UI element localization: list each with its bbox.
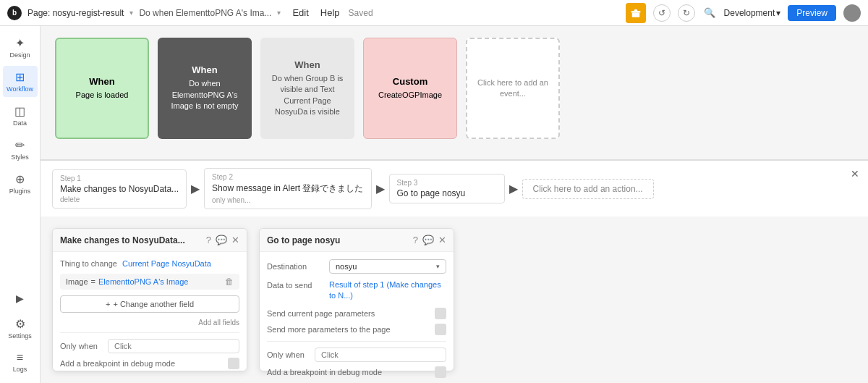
data-to-send-value[interactable]: Result of step 1 (Make changes to N...): [329, 279, 446, 302]
step-text-1: Make changes to NosyuData...: [60, 184, 179, 194]
workflow-arrow: ▾: [277, 9, 281, 17]
sidebar-item-workflow[interactable]: ⊞ Workflow: [3, 66, 38, 97]
steps-close-button[interactable]: ✕: [851, 168, 859, 180]
sidebar: ✦ Design ⊞ Workflow ◫ Data ✏ Styles ⊕ Pl…: [0, 26, 41, 383]
step-box-3[interactable]: Step 3 Go to page nosyu: [389, 174, 505, 203]
panel-goto-title: Go to page nosyu: [267, 235, 413, 245]
svg-rect-1: [631, 11, 640, 12]
dev-dropdown[interactable]: Development ▾: [724, 8, 781, 18]
step-sub-2: only when...: [212, 196, 363, 204]
thing-label: Thing to change: [60, 259, 118, 268]
steps-bar: ✕ Step 1 Make changes to NosyuData... de…: [41, 160, 868, 216]
breadcrumb-arrow: ▾: [129, 9, 133, 17]
panel-goto-close-icon[interactable]: ✕: [438, 235, 446, 245]
logs-icon: ≡: [17, 351, 23, 364]
sidebar-item-design[interactable]: ✦ Design: [3, 32, 38, 63]
step-num-2: Step 2: [212, 173, 363, 181]
undo-button[interactable]: ↺: [653, 4, 671, 22]
panel-divider-1: [60, 332, 239, 333]
step-text-2: Show message in Alert 登録できました: [212, 182, 363, 195]
only-when-row-right: Only when: [267, 348, 446, 362]
sidebar-label-workflow: Workflow: [7, 85, 33, 93]
sidebar-label-settings: Settings: [8, 332, 32, 340]
send-current-checkbox[interactable]: [435, 308, 446, 319]
only-when-input-left[interactable]: [108, 339, 239, 353]
sidebar-label-data: Data: [13, 119, 27, 127]
send-more-row: Send more parameters to the page: [267, 324, 446, 335]
sidebar-label-styles: Styles: [11, 153, 29, 161]
edit-nav[interactable]: Edit: [292, 7, 308, 18]
step-arrow-1: ▶: [187, 182, 204, 195]
event-card-elementtopng[interactable]: When Do when ElementtoPNG A's Image is n…: [158, 38, 252, 139]
panel-chat-icon[interactable]: 💬: [216, 235, 227, 245]
event-card-title-4: Custom: [393, 76, 427, 87]
redo-button[interactable]: ↻: [678, 4, 695, 22]
send-current-row: Send current page parameters: [267, 308, 446, 319]
event-card-groupb[interactable]: When Do when Group B is visible and Text…: [260, 38, 354, 139]
sidebar-label-design: Design: [9, 51, 30, 59]
sidebar-item-plugins[interactable]: ⊕ Plugins: [3, 168, 38, 199]
panel-make-changes: Make changes to NosyuData... ? 💬 ✕ Thing…: [52, 228, 247, 371]
panel-goto-chat-icon[interactable]: 💬: [422, 235, 434, 245]
step-text-3: Go to page nosyu: [397, 188, 497, 198]
step-add-action[interactable]: Click here to add an action...: [522, 179, 654, 199]
add-field-button[interactable]: + + Change another field: [60, 295, 239, 313]
workflow-icon: ⊞: [15, 70, 25, 84]
event-card-add[interactable]: Click here to add an event...: [466, 38, 560, 139]
step-delete-1[interactable]: delete: [60, 195, 179, 203]
workflow-label[interactable]: Do when ElementtoPNG A's Ima...: [139, 8, 271, 18]
only-when-label-left: Only when: [60, 342, 103, 350]
event-card-title-1: When: [89, 76, 114, 87]
panel-goto-header: Go to page nosyu ? 💬 ✕: [260, 229, 454, 252]
gift-icon[interactable]: [626, 3, 646, 23]
breakpoint-checkbox-right[interactable]: [435, 366, 446, 378]
step-box-2[interactable]: Step 2 Show message in Alert 登録できました onl…: [204, 168, 371, 209]
event-card-sub-4: CreateOGPImage: [378, 90, 442, 101]
sidebar-item-data[interactable]: ◫ Data: [3, 100, 38, 131]
breakpoint-row-left: Add a breakpoint in debug mode: [60, 358, 239, 369]
send-more-checkbox[interactable]: [435, 324, 446, 335]
image-eq: =: [91, 277, 95, 286]
panels-area: Make changes to NosyuData... ? 💬 ✕ Thing…: [41, 216, 868, 383]
event-card-sub-2: Do when ElementtoPNG A's Image is not em…: [166, 78, 243, 111]
sidebar-item-settings[interactable]: ⚙ Settings: [3, 313, 38, 344]
destination-dropdown[interactable]: nosyu ▾: [329, 259, 446, 274]
events-area: When Page is loaded When Do when Element…: [41, 26, 868, 160]
destination-label: Destination: [267, 262, 325, 271]
sidebar-item-logs[interactable]: ≡ Logs: [3, 347, 38, 377]
sidebar-item-styles[interactable]: ✏ Styles: [3, 134, 38, 165]
only-when-input-right[interactable]: [315, 348, 446, 362]
step-item-3: Step 3 Go to page nosyu ▶: [389, 174, 522, 203]
event-card-title-3: When: [294, 59, 320, 70]
panel-help-icon[interactable]: ?: [206, 235, 211, 245]
panel-make-changes-header: Make changes to NosyuData... ? 💬 ✕: [53, 229, 247, 252]
image-field-delete[interactable]: 🗑: [225, 277, 234, 287]
event-card-when-loaded[interactable]: When Page is loaded: [55, 38, 149, 139]
step-item-2: Step 2 Show message in Alert 登録できました onl…: [204, 168, 388, 209]
add-all-fields[interactable]: Add all fields: [60, 319, 239, 327]
panel-make-changes-icons: ? 💬 ✕: [206, 235, 239, 245]
breakpoint-checkbox-left[interactable]: [228, 358, 239, 369]
topbar-nav: Edit Help: [292, 7, 339, 18]
event-card-custom[interactable]: Custom CreateOGPImage: [363, 38, 457, 139]
data-icon: ◫: [14, 104, 25, 118]
panel-goto-help-icon[interactable]: ?: [413, 235, 418, 245]
help-nav[interactable]: Help: [320, 7, 340, 18]
send-current-label: Send current page parameters: [267, 309, 375, 318]
preview-button[interactable]: Preview: [788, 5, 836, 21]
search-icon[interactable]: 🔍: [702, 6, 717, 20]
user-avatar[interactable]: [843, 4, 861, 22]
step-box-1[interactable]: Step 1 Make changes to NosyuData... dele…: [52, 169, 187, 209]
panel-divider-2: [267, 341, 446, 342]
panel-goto-page: Go to page nosyu ? 💬 ✕ Destination nosyu…: [259, 228, 454, 371]
sidebar-more[interactable]: ▶: [10, 287, 30, 310]
only-when-label-right: Only when: [267, 350, 310, 359]
panel-close-icon[interactable]: ✕: [231, 235, 239, 245]
sidebar-label-logs: Logs: [13, 366, 27, 373]
panel-make-changes-body: Thing to change Current Page NosyuData I…: [53, 252, 247, 376]
step-arrow-3: ▶: [505, 182, 522, 195]
image-field-value[interactable]: ElementtoPNG A's Image: [98, 277, 222, 286]
breakpoint-label-right: Add a breakpoint in debug mode: [267, 368, 382, 376]
thing-value[interactable]: Current Page NosyuData: [122, 259, 211, 268]
app-logo: b: [7, 6, 22, 20]
